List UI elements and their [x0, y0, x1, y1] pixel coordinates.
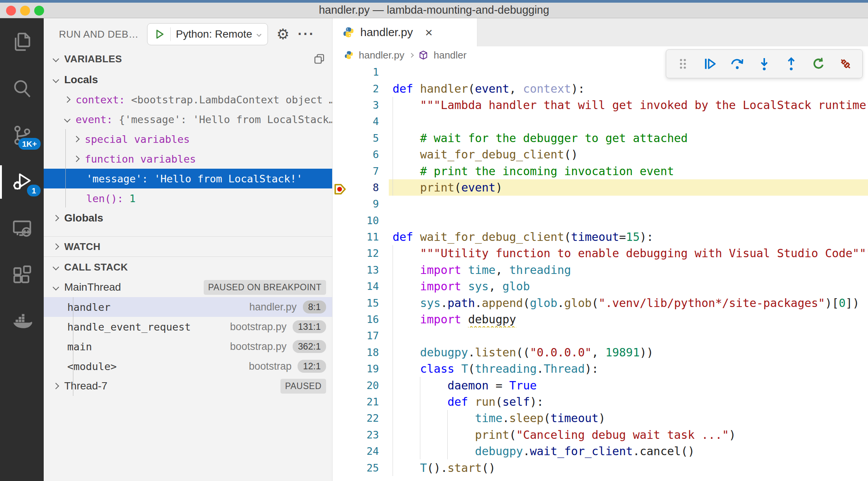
- toolbar-drag-handle[interactable]: [673, 54, 693, 74]
- code-line-13[interactable]: 13 import time, threading: [333, 262, 868, 278]
- line-number[interactable]: 4: [333, 116, 389, 127]
- line-number[interactable]: 8: [333, 182, 389, 193]
- chevron-down-icon: [64, 116, 71, 123]
- chevron-down-icon: [53, 264, 59, 271]
- more-actions-icon[interactable]: ···: [298, 26, 315, 42]
- line-number[interactable]: 23: [333, 429, 389, 441]
- line-number[interactable]: 19: [333, 363, 389, 375]
- line-number[interactable]: 7: [333, 165, 389, 177]
- restart-button[interactable]: [809, 54, 828, 74]
- code-line-10[interactable]: 10: [333, 212, 868, 229]
- variable-row-len[interactable]: len(): 1: [44, 188, 332, 208]
- chevron-right-icon: [73, 136, 80, 142]
- chevron-down-icon: [257, 32, 262, 37]
- code-line-3[interactable]: 3 """Lambda handler that will get invoke…: [333, 97, 868, 113]
- variables-section-header[interactable]: VARIABLES: [44, 50, 332, 68]
- code-line-7[interactable]: 7 # print the incoming invocation event: [333, 163, 868, 179]
- code-line-14[interactable]: 14 import sys, glob: [333, 278, 868, 294]
- line-number[interactable]: 22: [333, 412, 389, 424]
- variable-value: 1: [130, 193, 136, 204]
- sidebar-item-extensions[interactable]: [0, 257, 44, 294]
- sidebar-item-explorer[interactable]: [0, 24, 44, 60]
- stack-frame-main[interactable]: main bootstrap.py 362:1: [44, 337, 332, 356]
- thread-row-thread-7[interactable]: Thread-7 PAUSED: [44, 376, 332, 396]
- sidebar-item-docker[interactable]: [0, 304, 44, 340]
- code-line-18[interactable]: 18 debugpy.listen(("0.0.0.0", 19891)): [333, 344, 868, 361]
- line-number[interactable]: 18: [333, 347, 389, 358]
- line-number[interactable]: 15: [333, 297, 389, 309]
- line-number[interactable]: 3: [333, 99, 389, 111]
- variable-row-event[interactable]: event: {'message': 'Hello from LocalStac…: [44, 109, 332, 129]
- code-line-23[interactable]: 23 print("Canceling debug wait task ..."…: [333, 427, 868, 443]
- stack-frame-module[interactable]: <module> bootstrap 12:1: [44, 356, 332, 376]
- minimize-window-button[interactable]: [20, 6, 30, 16]
- code-line-4[interactable]: 4: [333, 113, 868, 130]
- continue-button[interactable]: [700, 54, 720, 74]
- line-number[interactable]: 5: [333, 132, 389, 144]
- code-line-16[interactable]: 16 import debugpy: [333, 311, 868, 328]
- variable-name: event:: [76, 114, 113, 125]
- zoom-window-button[interactable]: [34, 6, 44, 16]
- watch-section-header[interactable]: WATCH: [44, 237, 332, 256]
- code-line-12[interactable]: 12 """Utility function to enable debuggi…: [333, 245, 868, 261]
- call-stack-section-header[interactable]: CALL STACK: [44, 257, 332, 277]
- stack-frame-handler[interactable]: handler handler.py 8:1: [44, 297, 332, 317]
- variable-row-special-variables[interactable]: special variables: [44, 129, 332, 149]
- line-number[interactable]: 16: [333, 313, 389, 325]
- launch-configuration-dropdown[interactable]: Python: Remote: [147, 23, 268, 45]
- variable-row-function-variables[interactable]: function variables: [44, 149, 332, 169]
- collapse-all-icon[interactable]: [314, 54, 325, 64]
- close-window-button[interactable]: [6, 6, 16, 16]
- start-debugging-icon[interactable]: [154, 29, 165, 40]
- code-line-11[interactable]: 11def wait_for_debug_client(timeout=15):: [333, 229, 868, 245]
- line-number[interactable]: 20: [333, 380, 389, 391]
- thread-row-mainthread[interactable]: MainThread PAUSED ON BREAKPOINT: [44, 277, 332, 297]
- line-number[interactable]: 13: [333, 264, 389, 276]
- line-number[interactable]: 9: [333, 198, 389, 210]
- gear-icon[interactable]: ⚙: [276, 27, 289, 41]
- code-line-19[interactable]: 19 class T(threading.Thread):: [333, 361, 868, 377]
- tree-indent-guide: [73, 297, 73, 396]
- variable-name: len():: [86, 193, 124, 204]
- variables-scope-globals[interactable]: Globals: [44, 208, 332, 228]
- line-number[interactable]: 12: [333, 247, 389, 259]
- code-line-6[interactable]: 6 wait_for_debug_client(): [333, 146, 868, 163]
- line-number[interactable]: 1: [333, 66, 389, 78]
- line-number[interactable]: 10: [333, 215, 389, 226]
- sidebar-item-source-control[interactable]: 1K+: [0, 117, 44, 153]
- sidebar-item-remote-explorer[interactable]: [0, 210, 44, 247]
- code-line-22[interactable]: 22 time.sleep(timeout): [333, 410, 868, 426]
- breadcrumb-symbol[interactable]: handler: [434, 49, 467, 61]
- line-number[interactable]: 25: [333, 462, 389, 474]
- step-out-button[interactable]: [781, 54, 801, 74]
- disconnect-button[interactable]: [836, 54, 855, 74]
- tab-handler-py[interactable]: handler.py ×: [333, 18, 477, 46]
- breadcrumb-file[interactable]: handler.py: [359, 49, 404, 61]
- line-number[interactable]: 21: [333, 396, 389, 408]
- variable-row-context[interactable]: context: <bootstrap.LambdaContext object…: [44, 90, 332, 109]
- code-line-5[interactable]: 5 # wait for the debugger to get attache…: [333, 130, 868, 146]
- sidebar-item-run-and-debug[interactable]: 1: [0, 164, 44, 200]
- variables-scope-locals[interactable]: Locals: [44, 70, 332, 90]
- close-tab-icon[interactable]: ×: [425, 26, 432, 39]
- code-line-20[interactable]: 20 daemon = True: [333, 377, 868, 393]
- line-number[interactable]: 6: [333, 149, 389, 160]
- line-number[interactable]: 24: [333, 445, 389, 457]
- stack-frame-handle-event-request[interactable]: handle_event_request bootstrap.py 131:1: [44, 317, 332, 337]
- code-line-24[interactable]: 24 debugpy.wait_for_client.cancel(): [333, 443, 868, 459]
- step-over-button[interactable]: [727, 54, 747, 74]
- sidebar-item-search[interactable]: [0, 70, 44, 107]
- code-line-9[interactable]: 9: [333, 196, 868, 212]
- code-line-25[interactable]: 25 T().start(): [333, 459, 868, 476]
- line-number[interactable]: 2: [333, 83, 389, 95]
- step-into-button[interactable]: [754, 54, 774, 74]
- code-line-15[interactable]: 15 sys.path.append(glob.glob(".venv/lib/…: [333, 294, 868, 311]
- line-number[interactable]: 17: [333, 330, 389, 342]
- code-line-21[interactable]: 21 def run(self):: [333, 394, 868, 410]
- line-number[interactable]: 14: [333, 280, 389, 292]
- variable-row-message-selected[interactable]: 'message': 'Hello from LocalStack!': [44, 169, 332, 188]
- code-line-8[interactable]: 8 print(event): [333, 179, 868, 196]
- code-line-2[interactable]: 2def handler(event, context):: [333, 80, 868, 97]
- code-line-17[interactable]: 17: [333, 328, 868, 344]
- line-number[interactable]: 11: [333, 231, 389, 243]
